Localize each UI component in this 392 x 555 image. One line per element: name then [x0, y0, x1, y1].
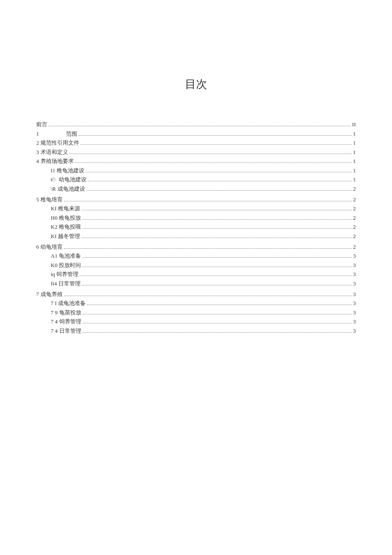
toc-entry-hatchling-pond: I1 稚龟池建设 1 [36, 168, 356, 173]
toc-leader [80, 276, 352, 276]
toc-label: 3 术语和定义 [36, 149, 68, 155]
toc-label: 2 规范性引用文件 [36, 140, 79, 145]
toc-leader [75, 163, 352, 163]
toc-leader [81, 238, 352, 238]
toc-entry-feeding-mgmt: iq 饲养管理 3 [36, 271, 356, 277]
toc-entry-adult-feeding-mgmt: 7 4 饲养管理 3 [36, 319, 356, 324]
toc-label: 4 养殖场地要求 [36, 158, 74, 164]
toc-label: KI 越冬管理 [51, 233, 80, 239]
toc-leader [81, 210, 352, 210]
toc-entry-seedling-stocking: 7 9 龟苗投放 3 [36, 310, 356, 315]
toc-label: K0 投放时间 [51, 262, 81, 268]
toc-entry-juvenile-pond: tʲ〉幼龟池建设 1 [36, 177, 356, 182]
toc-leader [83, 323, 352, 323]
toc-page: 3 [353, 291, 356, 297]
toc-entry-hatchling-source: KI 稚龟来源 2 [36, 206, 356, 211]
toc-entry-daily-mgmt: fi4 日常管理 3 [36, 281, 356, 286]
toc-entry-adult-daily-mgmt: 7 4 日常管理 3 [36, 328, 356, 334]
toc-label: \R 成龟池建设 [51, 186, 85, 192]
toc-label: 7 I 成龟池准备 [51, 300, 86, 306]
toc-label: 7 4 饲养管理 [51, 319, 81, 324]
toc-label: I1 稚龟池建设 [51, 168, 84, 173]
toc-leader [64, 296, 352, 296]
toc-page: 1 [353, 149, 356, 155]
toc-leader [64, 201, 352, 201]
toc-leader [81, 144, 352, 145]
toc-leader [82, 257, 352, 258]
toc-page: 3 [353, 253, 356, 259]
toc-entry-overwinter: KI 越冬管理 2 [36, 233, 356, 239]
toc-page: 3 [353, 310, 356, 315]
toc-leader [88, 181, 352, 181]
toc-entry-site-req: 4 养殖场地要求 1 [36, 158, 356, 164]
toc-entry-stocking-time: K0 投放时间 3 [36, 262, 356, 268]
toc-entry-preface: 前言 II [36, 122, 356, 127]
toc-label: 7 成龟养殖 [36, 291, 63, 297]
toc-entry-pond-prep: A1 龟池准备 3 [36, 253, 356, 259]
toc-page: 2 [353, 233, 356, 239]
toc-page: 1 [353, 158, 356, 164]
toc-leader [83, 332, 352, 333]
toc-page: 3 [353, 262, 356, 268]
toc-page: 3 [353, 328, 356, 334]
toc-page: 3 [353, 281, 356, 286]
toc-leader [83, 314, 352, 314]
toc-page: 2 [353, 186, 356, 192]
toc-leader [82, 285, 352, 285]
toc-entry-scope: 1范围 1 [36, 131, 356, 137]
toc-page: 2 [353, 197, 356, 202]
toc-page: 2 [353, 215, 356, 221]
toc-entry-adult-farming: 7 成龟养殖 3 [36, 291, 356, 297]
toc-label: 6 幼龟培育 [36, 244, 63, 250]
toc-label: 7 9 龟苗投放 [51, 310, 81, 315]
toc-leader [87, 305, 352, 305]
toc-entry-terms: 3 术语和定义 1 [36, 149, 356, 155]
toc-leader [82, 267, 352, 267]
toc-page: 1 [353, 131, 356, 137]
toc-label: 7 4 日常管理 [51, 328, 81, 334]
table-of-contents: 前言 II 1范围 1 2 规范性引用文件 1 3 术语和定义 1 4 养殖场地… [36, 122, 356, 334]
toc-entry-hatchling-stocking: H0 稚龟投放 2 [36, 215, 356, 221]
toc-page: 2 [353, 224, 356, 230]
toc-label: H0 稚龟投放 [51, 215, 81, 221]
toc-leader [78, 135, 352, 136]
toc-entry-normative-refs: 2 规范性引用文件 1 [36, 140, 356, 145]
toc-label: tʲ〉幼龟池建设 [51, 177, 86, 182]
toc-label: 前言 [36, 122, 47, 127]
toc-page: 3 [353, 319, 356, 324]
toc-page: II [352, 122, 356, 127]
toc-label: iq 饲养管理 [51, 271, 78, 277]
toc-entry-juvenile-rearing: 6 幼龟培育 2 [36, 244, 356, 250]
toc-entry-adult-pond: \R 成龟池建设 2 [36, 186, 356, 192]
toc-leader [64, 248, 352, 249]
toc-page: 1 [353, 140, 356, 145]
toc-page: 3 [353, 271, 356, 277]
toc-page: 1 [353, 168, 356, 173]
toc-leader [49, 126, 351, 126]
toc-leader [82, 228, 352, 229]
toc-entry-adult-pond-prep: 7 I 成龟池准备 3 [36, 300, 356, 306]
toc-label: KI 稚龟来源 [51, 206, 80, 211]
toc-label: A1 龟池准备 [51, 253, 81, 259]
toc-page: 2 [353, 206, 356, 211]
toc-leader [86, 190, 352, 191]
toc-page: 1 [353, 177, 356, 182]
toc-leader [86, 172, 352, 172]
toc-label: K2 稚龟投喂 [51, 224, 81, 230]
toc-page: 3 [353, 300, 356, 306]
toc-leader [69, 154, 352, 154]
toc-label: 1范围 [36, 131, 77, 137]
toc-page: 2 [353, 244, 356, 250]
toc-entry-hatchling-feeding: K2 稚龟投喂 2 [36, 224, 356, 230]
toc-label: fi4 日常管理 [51, 281, 81, 286]
toc-label: 5 稚龟培育 [36, 197, 63, 202]
toc-entry-hatchling-rearing: 5 稚龟培育 2 [36, 197, 356, 202]
page-title: 目次 [36, 77, 356, 92]
toc-leader [82, 219, 352, 220]
